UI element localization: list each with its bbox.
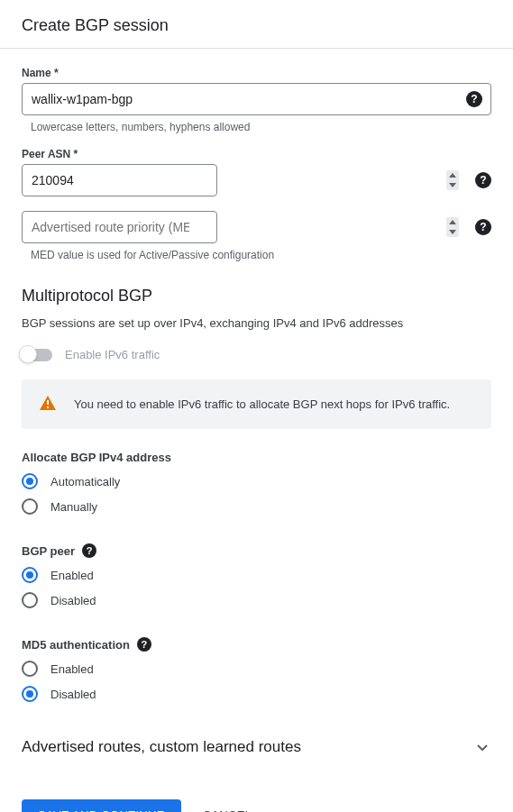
radio-label: Automatically <box>50 475 120 488</box>
radio-circle-selected <box>22 567 38 583</box>
radio-label: Disabled <box>50 688 96 701</box>
radio-dot <box>26 478 33 485</box>
peer-asn-input[interactable] <box>22 164 217 196</box>
help-icon[interactable]: ? <box>466 91 482 107</box>
peer-asn-label: Peer ASN * <box>22 148 491 160</box>
stepper-up-icon[interactable] <box>446 217 459 227</box>
stepper-up-icon[interactable] <box>446 170 459 180</box>
radio-label: Manually <box>50 500 97 514</box>
ipv6-toggle-label: Enable IPv6 traffic <box>65 348 160 361</box>
radio-md5-disabled[interactable]: Disabled <box>22 686 491 702</box>
radio-circle <box>22 661 38 677</box>
help-icon[interactable]: ? <box>475 172 491 188</box>
radio-manually[interactable]: Manually <box>22 498 491 515</box>
med-input[interactable] <box>22 211 217 243</box>
stepper-down-icon[interactable] <box>446 227 459 237</box>
radio-dot <box>26 690 33 698</box>
ipv6-toggle-row: Enable IPv6 traffic <box>22 348 491 361</box>
radio-bgp-enabled[interactable]: Enabled <box>22 567 491 583</box>
name-label: Name * <box>22 67 491 79</box>
name-field-group: Name * ? Lowercase letters, numbers, hyp… <box>22 67 491 133</box>
multiprotocol-desc: BGP sessions are set up over IPv4, excha… <box>22 316 491 330</box>
name-hint: Lowercase letters, numbers, hyphens allo… <box>22 121 491 133</box>
ipv6-alert: You need to enable IPv6 traffic to alloc… <box>22 379 491 429</box>
med-input-box <box>22 211 464 243</box>
dialog-header: Create BGP session <box>0 0 513 49</box>
peer-asn-input-box <box>22 164 464 196</box>
svg-rect-0 <box>47 400 49 405</box>
peer-asn-field-group: Peer ASN * ? <box>22 148 491 196</box>
radio-bgp-disabled[interactable]: Disabled <box>22 592 491 608</box>
dialog-title: Create BGP session <box>22 16 491 35</box>
dialog-content: Name * ? Lowercase letters, numbers, hyp… <box>0 49 513 812</box>
md5-auth-label-text: MD5 authentication <box>22 638 130 652</box>
peer-asn-row: ? <box>22 164 491 196</box>
allocate-ipv4-label: Allocate BGP IPv4 address <box>22 451 491 464</box>
save-and-continue-button[interactable]: SAVE AND CONTINUE <box>22 799 181 812</box>
md5-auth-group: MD5 authentication ? Enabled Disabled <box>22 637 491 702</box>
multiprotocol-title: Multiprotocol BGP <box>22 287 491 306</box>
svg-rect-1 <box>47 406 49 408</box>
md5-auth-label: MD5 authentication ? <box>22 637 491 652</box>
help-icon[interactable]: ? <box>137 637 151 652</box>
button-row: SAVE AND CONTINUE CANCEL <box>22 799 491 812</box>
radio-dot <box>26 571 33 579</box>
radio-label: Enabled <box>50 569 94 582</box>
expandable-title: Advertised routes, custom learned routes <box>22 738 301 756</box>
advertised-routes-expander[interactable]: Advertised routes, custom learned routes <box>22 731 491 763</box>
radio-automatically[interactable]: Automatically <box>22 473 491 489</box>
med-row: ? <box>22 211 491 243</box>
number-stepper <box>446 217 459 237</box>
bgp-peer-label: BGP peer ? <box>22 543 491 558</box>
toggle-knob <box>19 345 37 363</box>
bgp-peer-group: BGP peer ? Enabled Disabled <box>22 543 491 608</box>
alert-text: You need to enable IPv6 traffic to alloc… <box>74 397 450 411</box>
help-icon[interactable]: ? <box>82 543 96 558</box>
radio-label: Enabled <box>50 662 94 676</box>
chevron-down-icon <box>473 738 491 756</box>
name-input[interactable] <box>22 83 491 115</box>
radio-circle <box>22 498 38 515</box>
radio-label: Disabled <box>50 594 96 607</box>
radio-md5-enabled[interactable]: Enabled <box>22 661 491 677</box>
warning-icon <box>40 396 56 413</box>
radio-circle-selected <box>22 473 38 489</box>
help-icon[interactable]: ? <box>475 219 491 235</box>
med-hint: MED value is used for Active/Passive con… <box>22 249 491 261</box>
number-stepper <box>446 170 459 190</box>
ipv6-toggle[interactable] <box>22 349 52 361</box>
med-field-group: ? MED value is used for Active/Passive c… <box>22 211 491 261</box>
cancel-button[interactable]: CANCEL <box>203 808 252 812</box>
name-input-wrapper: ? <box>22 83 491 115</box>
radio-circle <box>22 592 38 608</box>
allocate-ipv4-group: Allocate BGP IPv4 address Automatically … <box>22 451 491 515</box>
radio-circle-selected <box>22 686 38 702</box>
stepper-down-icon[interactable] <box>446 180 459 190</box>
bgp-peer-label-text: BGP peer <box>22 544 75 558</box>
